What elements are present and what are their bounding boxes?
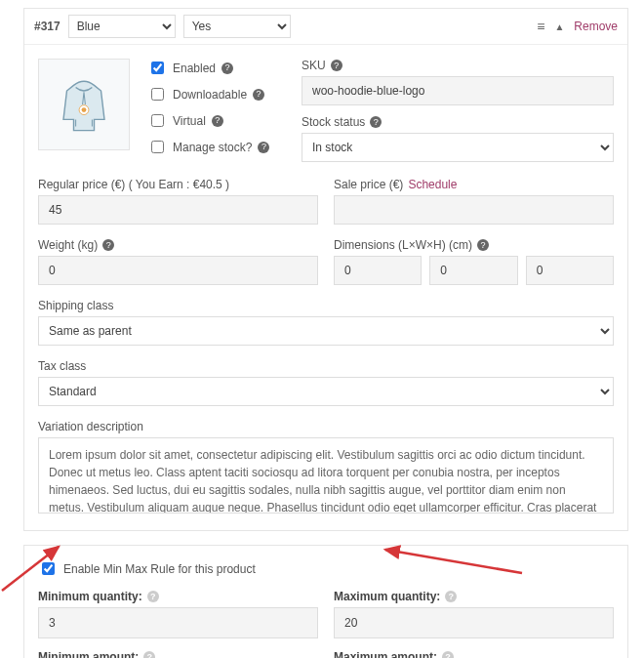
virtual-checkbox[interactable]: Virtual ? (147, 111, 284, 130)
help-icon[interactable]: ? (445, 591, 457, 602)
sale-price-label: Sale price (€) Schedule (334, 178, 614, 191)
tax-class-select[interactable]: Standard (38, 377, 614, 406)
variation-description-label: Variation description (38, 420, 614, 433)
weight-input[interactable] (38, 256, 318, 285)
variation-id: #317 (34, 20, 60, 33)
enable-min-max-checkbox[interactable]: Enable Min Max Rule for this product (38, 559, 614, 578)
svg-point-1 (82, 107, 87, 112)
shipping-class-label: Shipping class (38, 299, 614, 312)
help-icon[interactable]: ? (143, 651, 155, 658)
height-input[interactable] (526, 256, 614, 285)
attribute-select-1[interactable]: Blue (68, 15, 176, 38)
length-input[interactable] (334, 256, 422, 285)
variation-image[interactable] (38, 59, 130, 150)
sku-label: SKU ? (302, 59, 614, 72)
shipping-class-select[interactable]: Same as parent (38, 316, 614, 346)
hoodie-icon (50, 70, 118, 139)
max-qty-input[interactable] (334, 607, 614, 638)
downloadable-checkbox[interactable]: Downloadable ? (147, 85, 284, 103)
help-icon[interactable]: ? (331, 60, 342, 71)
variation-header: #317 Blue Yes ≡ ▲ Remove (24, 9, 627, 45)
min-qty-input[interactable] (38, 607, 318, 638)
regular-price-input[interactable] (38, 195, 318, 225)
remove-link[interactable]: Remove (574, 20, 618, 33)
width-input[interactable] (429, 256, 517, 285)
help-icon[interactable]: ? (221, 62, 233, 74)
min-qty-label: Minimum quantity: ? (38, 590, 318, 603)
stock-status-label: Stock status ? (302, 115, 614, 129)
help-icon[interactable]: ? (477, 239, 489, 251)
sku-input[interactable] (302, 76, 614, 105)
variation-description-textarea[interactable] (38, 437, 614, 514)
help-icon[interactable]: ? (442, 651, 454, 658)
schedule-link[interactable]: Schedule (408, 178, 457, 191)
stock-status-select[interactable]: In stock (302, 133, 614, 162)
attribute-select-2[interactable]: Yes (183, 15, 291, 38)
help-icon[interactable]: ? (253, 89, 264, 101)
min-max-panel: Enable Min Max Rule for this product Min… (23, 545, 628, 658)
weight-label: Weight (kg) ? (38, 238, 318, 252)
help-icon[interactable]: ? (258, 142, 269, 153)
dimensions-label: Dimensions (L×W×H) (cm) ? (334, 238, 614, 252)
collapse-icon[interactable]: ▲ (554, 21, 564, 32)
help-icon[interactable]: ? (102, 239, 114, 251)
tax-class-label: Tax class (38, 359, 614, 373)
menu-icon[interactable]: ≡ (537, 19, 544, 34)
help-icon[interactable]: ? (370, 116, 382, 128)
regular-price-label: Regular price (€) ( You Earn : €40.5 ) (38, 178, 318, 191)
enabled-checkbox[interactable]: Enabled ? (147, 59, 284, 77)
max-qty-label: Maximum quantity: ? (334, 590, 614, 603)
sale-price-input[interactable] (334, 195, 614, 225)
help-icon[interactable]: ? (147, 591, 159, 602)
min-amount-label: Minimum amount: ? (38, 650, 318, 658)
manage-stock-checkbox[interactable]: Manage stock? ? (147, 138, 284, 156)
help-icon[interactable]: ? (212, 115, 223, 127)
max-amount-label: Maximum amount: ? (334, 650, 614, 658)
